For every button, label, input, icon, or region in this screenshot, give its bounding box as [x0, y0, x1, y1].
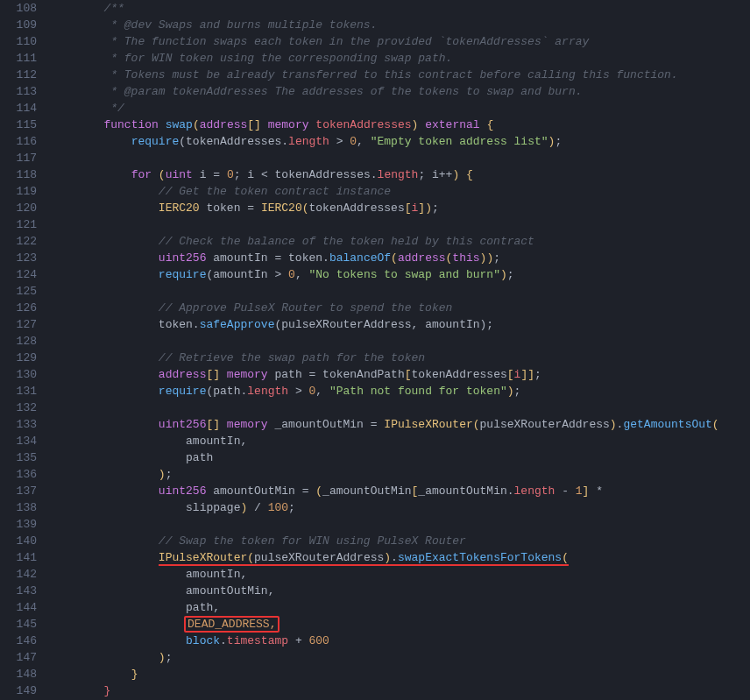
- code-token: i: [193, 168, 213, 181]
- code-token: path: [186, 601, 213, 614]
- code-line[interactable]: [49, 333, 750, 350]
- code-line[interactable]: for (uint i = 0; i < tokenAddresses.leng…: [49, 166, 750, 183]
- line-number: 124: [5, 266, 37, 283]
- code-line[interactable]: uint256 amountOutMin = (_amountOutMin[_a…: [49, 483, 750, 499]
- code-token: memory: [227, 368, 268, 381]
- code-token: address: [159, 368, 207, 381]
- code-token: {: [466, 168, 473, 181]
- code-token: function: [103, 118, 158, 131]
- code-token: getAmountsOut: [623, 418, 711, 431]
- code-token: block: [186, 634, 220, 647]
- code-token: [49, 118, 103, 131]
- line-number: 120: [5, 200, 37, 216]
- code-line[interactable]: * for WIN token using the corresponding …: [49, 50, 750, 67]
- code-line[interactable]: [49, 399, 750, 416]
- code-token: [49, 651, 159, 664]
- code-line[interactable]: // Check the balance of the token held b…: [49, 233, 750, 250]
- code-token: >: [288, 385, 308, 398]
- code-line[interactable]: amountIn,: [49, 566, 750, 583]
- code-line[interactable]: // Get the token contract instance: [49, 183, 750, 200]
- code-token: =: [371, 418, 378, 431]
- code-token: uint: [166, 168, 193, 181]
- code-token: ;: [288, 501, 295, 514]
- code-token: require: [159, 385, 207, 398]
- code-token: ): [384, 551, 391, 566]
- code-line[interactable]: IERC20 token = IERC20(tokenAddresses[i])…: [49, 200, 750, 216]
- code-line[interactable]: amountIn,: [49, 433, 750, 449]
- code-token: memory: [227, 418, 268, 431]
- code-line[interactable]: slippage) / 100;: [49, 499, 750, 516]
- code-line[interactable]: [49, 216, 750, 233]
- code-line[interactable]: }: [49, 682, 750, 699]
- code-line[interactable]: function swap(address[] memory tokenAddr…: [49, 117, 750, 133]
- code-line[interactable]: token.safeApprove(pulseXRouterAddress, a…: [49, 316, 750, 333]
- code-line[interactable]: [49, 516, 750, 533]
- code-line[interactable]: // Retrieve the swap path for the token: [49, 350, 750, 366]
- line-number: 131: [5, 383, 37, 399]
- code-token: [220, 418, 227, 431]
- code-token: [49, 484, 159, 498]
- code-line[interactable]: [49, 150, 750, 166]
- code-token: amountOutMin: [186, 584, 268, 597]
- line-number: 147: [5, 649, 37, 666]
- line-number: 139: [5, 516, 37, 533]
- code-line[interactable]: * @dev Swaps and burns multiple tokens.: [49, 17, 750, 33]
- code-token: 600: [308, 634, 329, 647]
- code-line[interactable]: address[] memory path = tokenAndPath[tok…: [49, 366, 750, 383]
- code-token: // Check the balance of the token held b…: [159, 235, 534, 248]
- code-line[interactable]: );: [49, 649, 750, 666]
- code-line[interactable]: /**: [49, 0, 750, 17]
- code-token: {: [486, 118, 493, 131]
- code-token: >: [274, 268, 288, 281]
- code-token: (: [315, 484, 322, 498]
- code-line[interactable]: require(amountIn > 0, "No tokens to swap…: [49, 266, 750, 283]
- code-token: address: [200, 118, 248, 131]
- code-token: []: [206, 418, 220, 431]
- code-line[interactable]: // Swap the token for WIN using PulseX R…: [49, 533, 750, 549]
- code-line[interactable]: */: [49, 100, 750, 117]
- code-token: IERC20: [159, 202, 200, 215]
- code-token: slippage: [186, 501, 240, 514]
- code-editor-content[interactable]: /** * @dev Swaps and burns multiple toke…: [42, 0, 750, 700]
- code-line[interactable]: path: [49, 449, 750, 466]
- code-line[interactable]: require(tokenAddresses.length > 0, "Empt…: [49, 133, 750, 150]
- code-token: (: [562, 551, 569, 566]
- code-line[interactable]: require(path.length > 0, "Path not found…: [49, 383, 750, 399]
- code-token: }: [131, 668, 138, 681]
- code-token: (: [179, 135, 186, 148]
- code-token: , amountIn: [412, 318, 480, 331]
- line-number: 116: [5, 133, 37, 150]
- line-number: 115: [5, 117, 37, 133]
- code-token: (: [302, 202, 309, 215]
- code-token: (: [391, 251, 398, 265]
- line-number: 127: [5, 316, 37, 333]
- code-line[interactable]: * Tokens must be already transferred to …: [49, 67, 750, 83]
- code-line[interactable]: amountOutMin,: [49, 583, 750, 599]
- code-token: ): [159, 651, 166, 664]
- code-token: [261, 118, 268, 131]
- code-token: for: [131, 168, 152, 181]
- code-token: amountIn: [186, 435, 240, 448]
- code-line[interactable]: [49, 283, 750, 300]
- code-line[interactable]: uint256[] memory _amountOutMin = IPulseX…: [49, 416, 750, 433]
- code-token: [49, 85, 110, 98]
- line-number: 119: [5, 183, 37, 200]
- code-token: ,: [315, 385, 329, 398]
- code-line[interactable]: );: [49, 466, 750, 483]
- code-line[interactable]: }: [49, 666, 750, 682]
- code-token: [49, 634, 186, 647]
- code-token: ,: [268, 584, 275, 597]
- code-line[interactable]: * The function swaps each token in the p…: [49, 33, 750, 50]
- code-token: uint256: [159, 418, 207, 431]
- code-line[interactable]: uint256 amountIn = token.balanceOf(addre…: [49, 250, 750, 266]
- code-line[interactable]: block.timestamp + 600: [49, 633, 750, 649]
- code-token: token: [200, 202, 248, 215]
- code-token: [49, 135, 131, 148]
- code-token: tokenAddresses: [315, 118, 411, 131]
- code-line[interactable]: path,: [49, 599, 750, 616]
- code-line[interactable]: IPulseXRouter(pulseXRouterAddress).swapE…: [49, 549, 750, 566]
- code-line[interactable]: * @param tokenAddresses The addresses of…: [49, 83, 750, 100]
- code-token: ,: [240, 435, 247, 448]
- code-line[interactable]: // Approve PulseX Router to spend the to…: [49, 300, 750, 316]
- code-line[interactable]: DEAD_ADDRESS,: [49, 616, 750, 633]
